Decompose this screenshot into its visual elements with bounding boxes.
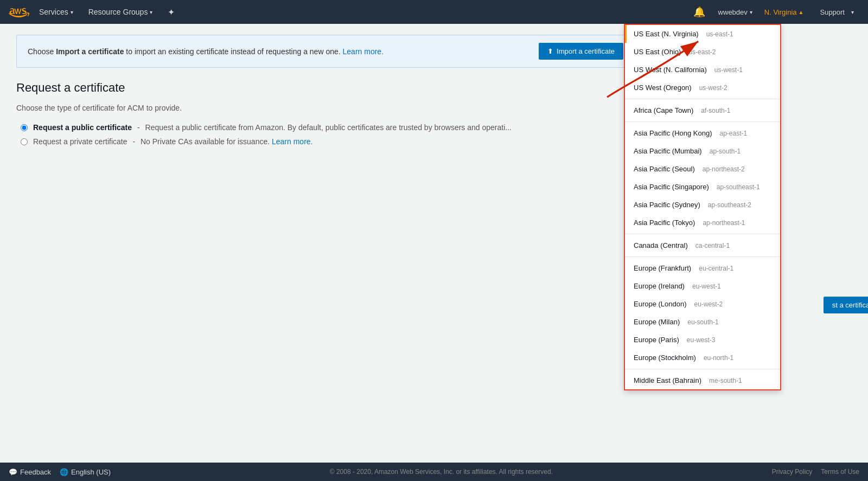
region-name: Canada (Central) (634, 241, 688, 249)
import-button-label: Import a certificate (557, 47, 615, 55)
region-name: US West (Oregon) (634, 84, 692, 92)
region-code: ap-northeast-2 (703, 165, 745, 173)
region-item-ap-east-1[interactable]: Asia Pacific (Hong Kong) ap-east-1 (625, 124, 780, 142)
region-code: eu-west-2 (694, 300, 723, 308)
terms-of-use-link[interactable]: Terms of Use (821, 468, 859, 476)
support-nav-item[interactable]: Support ▾ (810, 0, 859, 24)
resource-groups-nav-item[interactable]: Resource Groups ▾ (83, 0, 158, 24)
feedback-label: Feedback (20, 468, 51, 476)
region-item-us-east-1[interactable]: US East (N. Virginia) us-east-1 (625, 25, 780, 43)
region-name: Asia Pacific (Mumbai) (634, 147, 702, 155)
region-caret-icon: ▲ (799, 9, 804, 15)
support-caret-icon: ▾ (851, 9, 854, 15)
language-selector[interactable]: 🌐 English (US) (60, 468, 111, 476)
services-nav-item[interactable]: Services ▾ (34, 0, 79, 24)
region-name: Europe (Paris) (634, 336, 679, 344)
private-cert-learn-more-link[interactable]: Learn more. (272, 137, 312, 146)
region-item-ap-southeast-2[interactable]: Asia Pacific (Sydney) ap-southeast-2 (625, 196, 780, 214)
region-item-eu-west-3[interactable]: Europe (Paris) eu-west-3 (625, 331, 780, 349)
import-certificate-button[interactable]: ⬆ Import a certificate (539, 43, 623, 60)
region-code: eu-north-1 (704, 354, 733, 362)
certificate-type-radio-group: Request a public certificate - Request a… (16, 123, 635, 146)
region-item-eu-south-1[interactable]: Europe (Milan) eu-south-1 (625, 313, 780, 331)
next-certificate-button[interactable]: st a certificate (824, 297, 868, 313)
region-name: Asia Pacific (Hong Kong) (634, 129, 712, 137)
region-code: ap-east-1 (720, 130, 748, 137)
services-caret-icon: ▾ (71, 9, 73, 15)
region-code: us-west-1 (714, 66, 743, 74)
region-item-af-south-1[interactable]: Africa (Cape Town) af-south-1 (625, 101, 780, 119)
region-name: Asia Pacific (Singapore) (634, 183, 709, 191)
region-name: Europe (Stockholm) (634, 354, 696, 362)
private-cert-label: Request a private certificate (33, 137, 127, 146)
region-item-ap-southeast-1[interactable]: Asia Pacific (Singapore) ap-southeast-1 (625, 178, 780, 196)
footer-copyright: © 2008 - 2020, Amazon Web Services, Inc.… (122, 468, 761, 476)
alert-learn-more-link[interactable]: Learn more. (343, 47, 384, 56)
public-cert-label: Request a public certificate (33, 123, 132, 132)
region-code: ap-northeast-1 (703, 219, 745, 227)
user-menu[interactable]: wwebdev ▾ (713, 0, 758, 24)
user-label: wwebdev (718, 8, 748, 16)
region-item-eu-west-2[interactable]: Europe (London) eu-west-2 (625, 295, 780, 313)
public-certificate-radio[interactable] (21, 124, 28, 131)
resource-groups-label: Resource Groups (88, 8, 148, 16)
region-item-me-south-1[interactable]: Middle East (Bahrain) me-south-1 (625, 371, 780, 389)
private-cert-label-container: Request a private certificate - No Priva… (33, 137, 312, 146)
page-title: Request a certificate (16, 81, 635, 95)
aws-logo[interactable] (9, 4, 29, 20)
region-item-eu-north-1[interactable]: Europe (Stockholm) eu-north-1 (625, 349, 780, 367)
region-code: ap-south-1 (710, 147, 741, 155)
region-item-ap-northeast-1[interactable]: Asia Pacific (Tokyo) ap-northeast-1 (625, 214, 780, 232)
resource-groups-caret-icon: ▾ (150, 9, 152, 15)
region-item-ap-south-1[interactable]: Asia Pacific (Mumbai) ap-south-1 (625, 142, 780, 160)
private-certificate-radio[interactable] (21, 138, 28, 145)
footer: 💬 Feedback 🌐 English (US) © 2008 - 2020,… (0, 463, 868, 481)
alert-banner: Choose Import a certificate to import an… (16, 35, 635, 68)
public-cert-label-container: Request a public certificate - Request a… (33, 123, 512, 132)
copyright-text: © 2008 - 2020, Amazon Web Services, Inc.… (330, 468, 553, 476)
star-icon: ✦ (168, 7, 175, 17)
region-code: ca-central-1 (695, 242, 730, 249)
public-cert-desc: Request a public certificate from Amazon… (145, 123, 512, 132)
region-code: ap-southeast-2 (708, 201, 751, 209)
next-button-label: st a certificate (832, 301, 868, 309)
region-name: Europe (Ireland) (634, 282, 685, 290)
bookmarks-nav-item[interactable]: ✦ (162, 0, 180, 24)
region-item-us-west-1[interactable]: US West (N. California) us-west-1 (625, 61, 780, 79)
region-name: Middle East (Bahrain) (634, 376, 701, 384)
region-code: eu-south-1 (687, 318, 718, 326)
region-item-ap-northeast-2[interactable]: Asia Pacific (Seoul) ap-northeast-2 (625, 160, 780, 178)
region-divider (625, 99, 780, 99)
region-name: US East (Ohio) (634, 48, 681, 56)
region-name: Europe (Frankfurt) (634, 264, 691, 272)
region-label: N. Virginia (764, 8, 797, 16)
feedback-button[interactable]: 💬 Feedback (9, 468, 51, 476)
region-name: Europe (Milan) (634, 318, 680, 326)
region-item-eu-west-1[interactable]: Europe (Ireland) eu-west-1 (625, 277, 780, 295)
region-divider (625, 234, 780, 234)
footer-right: Privacy Policy Terms of Use (772, 468, 859, 476)
region-item-us-west-2[interactable]: US West (Oregon) us-west-2 (625, 79, 780, 97)
user-caret-icon: ▾ (750, 9, 752, 15)
region-selector[interactable]: N. Virginia ▲ (760, 8, 808, 16)
upload-icon: ⬆ (547, 47, 553, 55)
private-cert-desc: No Private CAs available for issuance. (141, 137, 270, 146)
public-certificate-option: Request a public certificate - Request a… (21, 123, 635, 132)
region-item-us-east-2[interactable]: US East (Ohio) us-east-2 (625, 43, 780, 61)
region-code: ap-southeast-1 (717, 183, 760, 191)
privacy-policy-link[interactable]: Privacy Policy (772, 468, 813, 476)
region-code: us-east-1 (706, 30, 733, 38)
region-item-eu-central-1[interactable]: Europe (Frankfurt) eu-central-1 (625, 259, 780, 277)
services-label: Services (39, 8, 68, 16)
region-divider (625, 369, 780, 369)
alert-text: Choose Import a certificate to import an… (28, 47, 530, 56)
region-code: eu-central-1 (699, 265, 733, 272)
region-code: us-west-2 (699, 84, 727, 92)
region-code: me-south-1 (709, 377, 742, 384)
notifications-bell-icon[interactable]: 🔔 (688, 6, 711, 18)
support-label: Support (815, 8, 849, 16)
region-code: eu-west-1 (692, 283, 721, 290)
region-name: Asia Pacific (Seoul) (634, 165, 695, 173)
region-item-ca-central-1[interactable]: Canada (Central) ca-central-1 (625, 236, 780, 254)
region-code: us-east-2 (688, 48, 716, 56)
